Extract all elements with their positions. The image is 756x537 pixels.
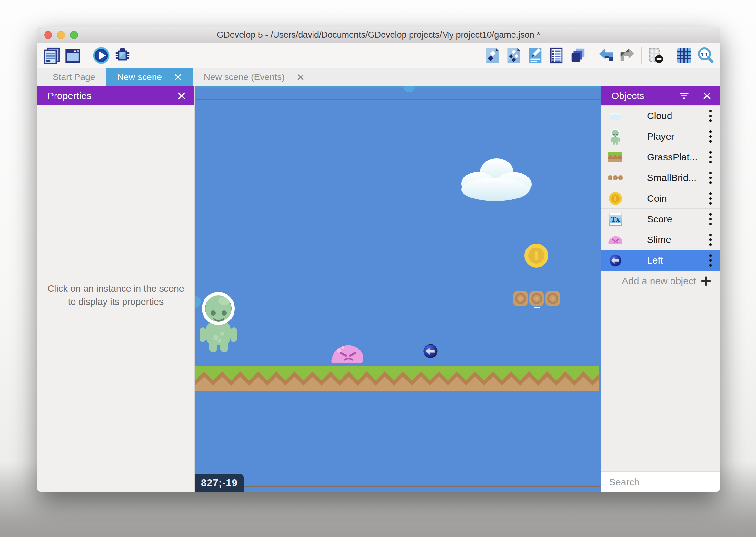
object-row-score[interactable]: Tx Score [601, 209, 720, 229]
project-manager-icon [43, 47, 60, 64]
text-object-icon: Tx [608, 212, 623, 227]
tab-new-scene-events-label: New scene (Events) [204, 72, 285, 82]
text-object-icon-glyph: Tx [611, 215, 620, 223]
toolbar-separator [641, 47, 642, 64]
scene-boundary-line-bottom [195, 486, 601, 487]
object-menu-button[interactable] [709, 172, 712, 184]
gdevelop-window: GDevelop 5 - /Users/david/Documents/GDev… [37, 27, 720, 492]
properties-panel-header: Properties [37, 87, 195, 105]
properties-panel: Properties Click on an instance in the s… [37, 87, 195, 492]
object-row-left[interactable]: Left [601, 250, 720, 271]
objects-search-input[interactable] [609, 476, 720, 488]
toolbar-separator [87, 47, 88, 64]
scene-editor-button[interactable] [63, 46, 83, 65]
open-instances-list-button[interactable] [547, 46, 566, 65]
object-label: GrassPlat... [647, 152, 709, 163]
close-tab-icon[interactable] [174, 73, 182, 81]
redo-icon [619, 47, 636, 64]
layers-icon [569, 47, 586, 64]
slime-icon [608, 235, 623, 244]
tab-new-scene[interactable]: New scene [106, 68, 193, 87]
object-label: Slime [647, 234, 709, 245]
object-menu-button[interactable] [709, 234, 712, 246]
close-panel-icon[interactable] [703, 92, 711, 100]
left-ball-instance[interactable] [424, 344, 438, 358]
small-bridge-instance[interactable] [513, 291, 560, 308]
plus-icon[interactable] [700, 275, 711, 287]
zoom-one-to-one-icon: 1:1 [696, 47, 714, 64]
close-tab-icon[interactable] [297, 73, 304, 81]
close-panel-icon[interactable] [178, 92, 185, 100]
objects-panel: Objects [601, 87, 720, 492]
object-row-grassplatform[interactable]: GrassPlat... [601, 147, 720, 168]
close-window-button[interactable] [44, 31, 52, 39]
traffic-lights [44, 27, 78, 43]
object-label: Coin [647, 193, 709, 204]
mask-disable-icon [647, 47, 664, 64]
zoom-original-button[interactable]: 1:1 [696, 46, 715, 65]
object-row-cloud[interactable]: Cloud [601, 105, 720, 126]
object-label: Player [647, 131, 709, 142]
cloud-instance[interactable] [455, 156, 537, 202]
window-title: GDevelop 5 - /Users/david/Documents/GDev… [217, 30, 540, 40]
object-label: Score [647, 214, 709, 225]
object-label: SmallBrid... [647, 172, 709, 183]
desktop-background: GDevelop 5 - /Users/david/Documents/GDev… [0, 0, 756, 537]
launch-debugger-button[interactable] [113, 46, 132, 65]
toggle-instances-mask-button[interactable] [646, 46, 665, 65]
play-icon [92, 47, 110, 64]
object-row-coin[interactable]: Coin [601, 188, 720, 209]
object-label: Left [647, 255, 709, 266]
objects-editor-icon [484, 47, 501, 64]
object-row-slime[interactable]: Slime [601, 229, 720, 250]
toggle-grid-button[interactable] [674, 46, 694, 65]
launch-preview-button[interactable] [92, 46, 111, 65]
slime-instance[interactable] [331, 343, 364, 364]
undo-button[interactable] [596, 46, 616, 65]
left-arrow-ball-icon [609, 254, 622, 267]
object-menu-button[interactable] [709, 130, 712, 143]
object-menu-button[interactable] [709, 151, 712, 163]
objects-search-bar [601, 472, 720, 492]
add-object-row[interactable]: Add a new object [601, 271, 720, 291]
editor-tabbar: Start Page New scene New scene (Events) [37, 68, 720, 87]
main-toolbar: 1:1 [37, 43, 720, 68]
grass-platform-icon [608, 152, 623, 163]
scene-window-icon [64, 47, 82, 64]
tab-new-scene-label: New scene [117, 72, 162, 82]
tab-new-scene-events[interactable]: New scene (Events) [193, 68, 316, 87]
open-objects-editor-button[interactable] [483, 46, 502, 65]
object-menu-button[interactable] [709, 213, 712, 225]
open-layers-editor-button[interactable] [568, 46, 587, 65]
titlebar: GDevelop 5 - /Users/david/Documents/GDev… [37, 27, 720, 43]
object-row-player[interactable]: Player [601, 126, 720, 147]
editor-content: Properties Click on an instance in the s… [37, 87, 720, 492]
object-menu-button[interactable] [709, 254, 712, 267]
filter-icon[interactable] [678, 91, 690, 101]
small-bridge-icon [608, 175, 623, 181]
scene-editor-canvas[interactable]: 827;-19 [195, 87, 601, 492]
minimize-window-button[interactable] [57, 31, 65, 39]
object-menu-button[interactable] [709, 110, 712, 122]
tab-start-page[interactable]: Start Page [42, 68, 106, 87]
properties-panel-title: Properties [47, 90, 178, 101]
cursor-coordinates-value: 827;-19 [201, 477, 238, 489]
redo-button[interactable] [618, 46, 637, 65]
grid-icon [675, 47, 693, 64]
project-manager-button[interactable] [42, 46, 61, 65]
open-object-groups-button[interactable] [504, 46, 523, 65]
object-menu-button[interactable] [709, 192, 712, 205]
scene-scroll-handle-top[interactable] [403, 87, 415, 92]
player-instance[interactable] [197, 289, 240, 354]
grass-platform-instance[interactable] [195, 366, 599, 392]
debugger-bug-icon [114, 47, 131, 64]
object-row-smallbridge[interactable]: SmallBrid... [601, 168, 720, 188]
open-properties-button[interactable] [525, 46, 545, 65]
instances-list-icon [548, 47, 565, 64]
player-icon [610, 128, 621, 145]
zoom-ratio-label: 1:1 [701, 52, 708, 57]
coin-instance[interactable] [524, 243, 548, 268]
cloud-icon [608, 111, 623, 121]
zoom-window-button[interactable] [70, 31, 78, 39]
objects-list: Cloud [601, 105, 720, 291]
